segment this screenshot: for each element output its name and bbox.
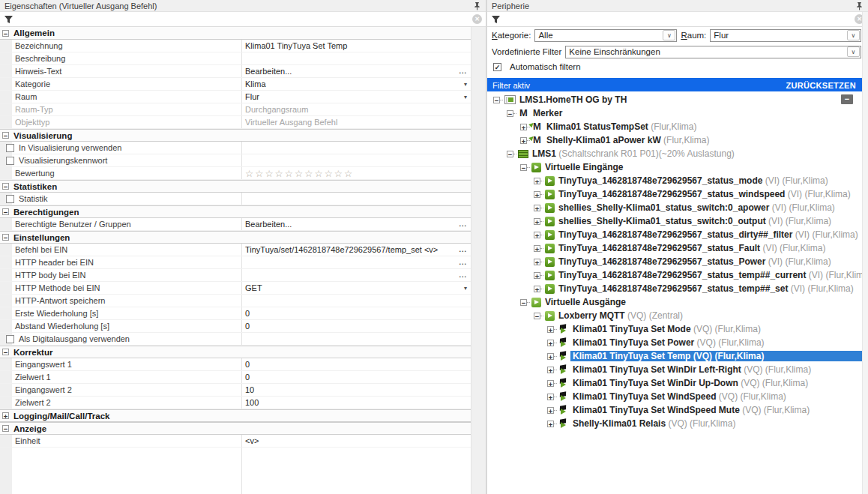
tree-expander[interactable]: + [520, 124, 527, 130]
tree-row[interactable]: +Klima01 TinyTuya Set Mode (VQ) (Flur,Kl… [487, 322, 862, 336]
property-checkbox[interactable] [6, 157, 14, 165]
tree-row[interactable]: +Klima01 TinyTuya Set WindSpeed Mute (VQ… [487, 403, 862, 417]
property-value[interactable]: 0 [241, 307, 471, 319]
zuruecksetzen-button[interactable]: ZURÜCKSETZEN [786, 81, 856, 90]
tree-row[interactable]: −Virtuelle Ausgänge [487, 295, 862, 309]
ellipsis-button[interactable]: ... [459, 67, 471, 75]
kategorie-select[interactable]: Alle ∨ [534, 29, 677, 42]
dropdown-arrow-icon[interactable]: ▾ [464, 94, 471, 100]
tree-expander[interactable]: + [547, 421, 554, 427]
property-checkbox[interactable] [6, 335, 14, 343]
ellipsis-button[interactable]: ... [459, 246, 471, 253]
tree-expander[interactable]: − [507, 151, 513, 157]
tree-expander[interactable]: − [520, 299, 527, 306]
eigenschaften-filter-input[interactable] [16, 15, 469, 24]
tree-row[interactable]: +TinyTuya_1462818748e729629567_status_Fa… [487, 241, 862, 255]
section-header[interactable]: −Allgemein [0, 27, 471, 40]
tree-expander[interactable]: − [507, 110, 513, 117]
section-header[interactable]: −Statistiken [0, 180, 471, 193]
chevron-down-icon[interactable]: ∨ [663, 30, 675, 40]
tree-row[interactable]: +TinyTuya_1462818748e729629567_status_Po… [487, 255, 862, 268]
property-value[interactable]: Virtueller Ausgang Befehl [241, 116, 471, 128]
section-toggle-icon[interactable]: + [2, 412, 9, 419]
property-value[interactable]: TinyTuya/set/1462818748e729629567/temp_s… [241, 244, 471, 256]
section-header[interactable]: −Korrektur [0, 346, 471, 358]
tree-row[interactable]: −LMS1 (Schaltschrank R01 P01)(~20% Ausla… [487, 147, 862, 160]
chevron-down-icon[interactable]: ∨ [847, 30, 860, 40]
tree-expander[interactable]: − [534, 313, 540, 319]
tree-row[interactable]: −Loxberry MQTT (VQ) (Zentral) [487, 309, 862, 322]
tree-expander[interactable]: + [547, 394, 554, 400]
tree-row[interactable]: +shellies_Shelly-Klima01_status_switch:0… [487, 214, 862, 228]
section-toggle-icon[interactable]: − [2, 183, 9, 190]
property-value[interactable]: ... [241, 269, 471, 281]
tree-expander[interactable]: − [493, 97, 500, 103]
tree-row[interactable]: +TinyTuya_1462818748e729629567_status_te… [487, 282, 862, 295]
property-value[interactable] [241, 193, 471, 205]
tree-row[interactable]: −MMerker [487, 106, 862, 120]
pin-icon[interactable] [855, 1, 864, 10]
tree-expander[interactable]: + [534, 245, 540, 252]
tree-expander[interactable]: + [534, 205, 540, 211]
tree-expander[interactable]: + [547, 407, 554, 414]
tree-row[interactable]: +Klima01 TinyTuya Set Power (VQ) (Flur,K… [487, 336, 862, 349]
tree-expander[interactable]: − [520, 164, 527, 171]
section-toggle-icon[interactable]: − [2, 132, 9, 139]
section-header[interactable]: +Logging/Mail/Call/Track [0, 409, 471, 422]
tree-expander[interactable]: + [534, 272, 540, 279]
tree-expander[interactable]: + [534, 286, 540, 292]
ellipsis-button[interactable]: ... [459, 220, 471, 228]
ellipsis-button[interactable]: ... [459, 259, 471, 266]
tree-expander[interactable]: + [520, 137, 527, 144]
property-value[interactable]: Bearbeiten...... [241, 218, 471, 230]
property-value[interactable]: Klima01 TinyTuya Set Temp [241, 40, 471, 52]
chevron-down-icon[interactable]: ∨ [847, 46, 860, 57]
tree-expander[interactable]: + [547, 326, 554, 333]
property-value[interactable]: Flur▾ [241, 91, 471, 103]
tree-row[interactable]: −Virtuelle Eingänge [487, 160, 862, 174]
tree-expander[interactable]: + [547, 340, 554, 346]
dropdown-arrow-icon[interactable]: ▾ [464, 81, 471, 88]
property-value[interactable]: Durchgangsraum [241, 103, 471, 115]
property-checkbox[interactable] [6, 144, 14, 152]
section-header[interactable]: −Einstellungen [0, 231, 471, 244]
tree-expander[interactable]: + [547, 353, 554, 360]
section-header[interactable]: −Berechtigungen [0, 205, 471, 218]
pin-icon[interactable] [473, 1, 481, 10]
tree-expander[interactable]: + [534, 259, 540, 265]
property-value[interactable]: GET▾ [241, 282, 471, 294]
property-value[interactable]: ... [241, 256, 471, 268]
section-toggle-icon[interactable]: − [2, 208, 9, 215]
tree-row[interactable]: +shellies_Shelly-Klima01_status_switch:0… [487, 201, 862, 214]
section-header[interactable]: −Anzeige [0, 422, 471, 435]
tree-row[interactable]: +Klima01 TinyTuya Set WinDir Up-Down (VQ… [487, 376, 862, 390]
section-toggle-icon[interactable]: − [2, 349, 9, 355]
tree-row[interactable]: −LMS1.HomeTH OG by TH [487, 93, 862, 106]
automatisch-filtern-checkbox[interactable]: ✓ [493, 63, 501, 71]
property-value[interactable]: Bearbeiten...... [241, 65, 471, 77]
tree-row[interactable]: +MKlima01 StatusTempSet (Flur,Klima) [487, 120, 862, 133]
rating-stars[interactable]: ☆☆☆☆☆☆☆☆☆☆☆ [245, 168, 354, 179]
tree-row[interactable]: +TinyTuya_1462818748e729629567_status_wi… [487, 187, 862, 201]
property-checkbox[interactable] [6, 195, 14, 203]
collapse-all-button[interactable]: − [841, 94, 853, 104]
property-value[interactable]: 10 [241, 384, 471, 396]
raum-select[interactable]: Flur ∨ [710, 29, 861, 42]
section-header[interactable]: −Visualisierung [0, 129, 471, 142]
clear-filter-icon[interactable]: ✕ [472, 14, 482, 24]
tree-row[interactable]: +TinyTuya_1462818748e729629567_status_mo… [487, 174, 862, 187]
tree-expander[interactable]: + [534, 191, 540, 198]
ellipsis-button[interactable]: ... [459, 271, 471, 279]
property-value[interactable] [241, 333, 471, 345]
property-value[interactable]: 0 [241, 371, 471, 383]
section-toggle-icon[interactable]: − [2, 234, 9, 241]
tree-expander[interactable]: + [534, 232, 540, 238]
vordefinierte-filter-select[interactable]: Keine Einschränkungen ∨ [565, 46, 861, 58]
property-value[interactable] [241, 52, 471, 64]
property-value[interactable]: 100 [241, 397, 471, 409]
tree-row[interactable]: +Klima01 TinyTuya Set WindSpeed (VQ) (Fl… [487, 390, 862, 403]
tree-row[interactable]: +TinyTuya_1462818748e729629567_status_te… [487, 268, 862, 282]
property-value[interactable] [241, 295, 471, 307]
peripherie-filter-input[interactable] [504, 15, 852, 24]
tree-expander[interactable]: + [547, 367, 554, 373]
